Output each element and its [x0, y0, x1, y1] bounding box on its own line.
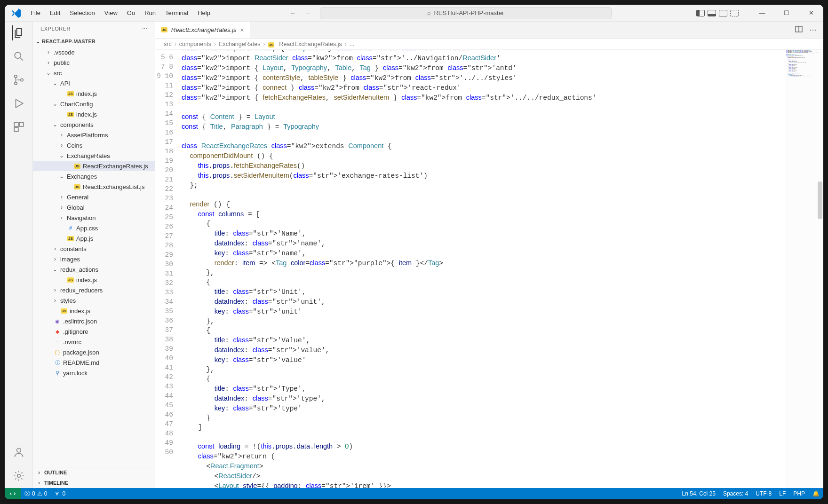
command-center-search[interactable]: ⌕ RESTful-API-PHP-master [320, 7, 612, 19]
tree-item-label: API [60, 80, 70, 87]
folder-redux_reducers[interactable]: ›redux_reducers [33, 285, 155, 295]
folder-images[interactable]: ›images [33, 254, 155, 264]
code-content[interactable]: class="kw2">import React, { Component } … [182, 50, 786, 488]
menu-selection[interactable]: Selection [65, 8, 99, 18]
more-actions-icon[interactable]: ⋯ [809, 25, 817, 34]
settings-gear-icon[interactable] [12, 469, 25, 482]
folder-.vscode[interactable]: ›.vscode [33, 47, 155, 57]
folder-api[interactable]: ⌄API [33, 78, 155, 88]
minimize-button[interactable]: — [752, 5, 772, 22]
file-icon: JS [67, 112, 74, 117]
menu-help[interactable]: Help [193, 8, 215, 18]
breadcrumb-item[interactable]: ... [350, 41, 354, 47]
menu-file[interactable]: File [26, 8, 45, 18]
chevron-icon: › [52, 287, 58, 293]
folder-constants[interactable]: ›constants [33, 244, 155, 254]
file-package.json[interactable]: { }package.json [33, 347, 155, 357]
tree-item-label: package.json [63, 349, 99, 356]
encoding-status[interactable]: UTF-8 [752, 490, 775, 497]
toggle-primary-sidebar-icon[interactable] [696, 10, 705, 16]
editor-tab-active[interactable]: JS ReactExchangeRates.js × [155, 22, 250, 38]
chevron-icon: › [58, 132, 65, 138]
status-bar: ⓧ0 ⚠0 ⛛0 Ln 54, Col 25 Spaces: 4 UTF-8 L… [5, 488, 823, 499]
tree-item-label: index.js [76, 111, 97, 118]
breadcrumb-item[interactable]: ExchangeRates [219, 41, 260, 47]
folder-exchangerates[interactable]: ⌄ExchangeRates [33, 150, 155, 161]
explorer-icon[interactable] [12, 26, 25, 39]
close-button[interactable]: ✕ [801, 5, 821, 22]
folder-public[interactable]: ›public [33, 57, 155, 68]
close-tab-icon[interactable]: × [240, 26, 244, 34]
file-reactexchangerates.js[interactable]: JSReactExchangeRates.js [33, 161, 155, 171]
menu-run[interactable]: Run [140, 8, 160, 18]
breadcrumb-item[interactable]: components [179, 41, 211, 47]
project-section[interactable]: ⌄REACT-APP-MASTER [33, 36, 155, 47]
toggle-secondary-sidebar-icon[interactable] [719, 10, 727, 16]
folder-general[interactable]: ›General [33, 192, 155, 202]
timeline-section[interactable]: ›TIMELINE [33, 478, 155, 488]
ports-status[interactable]: ⛛0 [51, 488, 69, 499]
tree-item-label: App.js [76, 235, 93, 242]
folder-styles[interactable]: ›styles [33, 295, 155, 306]
file-index.js[interactable]: JSindex.js [33, 306, 155, 316]
source-control-icon[interactable] [12, 73, 25, 87]
file-icon: # [67, 225, 74, 231]
language-mode[interactable]: PHP [789, 490, 809, 497]
problems-status[interactable]: ⓧ0 ⚠0 [21, 488, 51, 499]
file-reactexchangeslist.js[interactable]: JSReactExchangesList.js [33, 181, 155, 192]
outline-section[interactable]: ›OUTLINE [33, 467, 155, 478]
vertical-scrollbar[interactable] [817, 50, 823, 488]
file-app.css[interactable]: #App.css [33, 223, 155, 233]
folder-chartconfig[interactable]: ⌄ChartConfig [33, 99, 155, 109]
menu-view[interactable]: View [100, 8, 122, 18]
vscode-logo-icon [10, 8, 22, 19]
folder-exchanges[interactable]: ⌄Exchanges [33, 171, 155, 181]
tree-item-label: App.css [76, 225, 98, 232]
file-app.js[interactable]: JSApp.js [33, 233, 155, 244]
file-yarn.lock[interactable]: ⚲yarn.lock [33, 368, 155, 378]
folder-navigation[interactable]: ›Navigation [33, 213, 155, 223]
svg-rect-6 [14, 127, 18, 132]
nav-forward-icon[interactable]: → [304, 9, 310, 16]
accounts-icon[interactable] [12, 446, 25, 459]
chevron-icon: › [52, 297, 58, 304]
folder-redux_actions[interactable]: ⌄redux_actions [33, 264, 155, 275]
search-icon[interactable] [12, 50, 25, 63]
run-debug-icon[interactable] [12, 97, 25, 110]
file-index.js[interactable]: JSindex.js [33, 275, 155, 285]
file-.gitignore[interactable]: ◆.gitignore [33, 326, 155, 337]
tree-item-label: index.js [70, 307, 90, 315]
breadcrumb-item[interactable]: src [164, 41, 172, 47]
breadcrumb-item[interactable]: ReactExchangeRates.js [279, 41, 342, 47]
folder-global[interactable]: ›Global [33, 202, 155, 213]
indentation-status[interactable]: Spaces: 4 [719, 490, 752, 497]
sidebar-more-icon[interactable]: ⋯ [142, 26, 148, 32]
file-index.js[interactable]: JSindex.js [33, 109, 155, 119]
menu-edit[interactable]: Edit [46, 8, 64, 18]
customize-layout-icon[interactable] [730, 10, 739, 16]
split-editor-icon[interactable] [795, 26, 803, 34]
file-.nvmrc[interactable]: ≡.nvmrc [33, 337, 155, 347]
nav-back-icon[interactable]: ← [290, 9, 296, 16]
remote-indicator[interactable] [5, 488, 21, 499]
eol-status[interactable]: LF [775, 490, 789, 497]
file-index.js[interactable]: JSindex.js [33, 88, 155, 99]
maximize-button[interactable]: ☐ [776, 5, 797, 22]
folder-assetplatforms[interactable]: ›AssetPlatforms [33, 130, 155, 140]
menu-go[interactable]: Go [123, 8, 139, 18]
file-.eslintrc.json[interactable]: ◉.eslintrc.json [33, 316, 155, 326]
tree-item-label: .vscode [54, 49, 75, 56]
folder-coins[interactable]: ›Coins [33, 140, 155, 150]
menu-terminal[interactable]: Terminal [161, 8, 192, 18]
extensions-icon[interactable] [12, 120, 25, 134]
breadcrumbs[interactable]: src›components›ExchangeRates›JSReactExch… [155, 39, 823, 50]
folder-src[interactable]: ⌄src [33, 68, 155, 78]
chevron-icon: ⌄ [58, 173, 65, 180]
chevron-icon: › [52, 256, 58, 262]
folder-components[interactable]: ⌄components [33, 119, 155, 130]
cursor-position[interactable]: Ln 54, Col 25 [678, 490, 719, 497]
editor-group: JS ReactExchangeRates.js × ⋯ src›compone… [155, 22, 823, 488]
notifications-icon[interactable]: 🔔 [809, 490, 823, 497]
toggle-panel-icon[interactable] [708, 10, 716, 16]
file-readme.md[interactable]: ⓘREADME.md [33, 357, 155, 368]
